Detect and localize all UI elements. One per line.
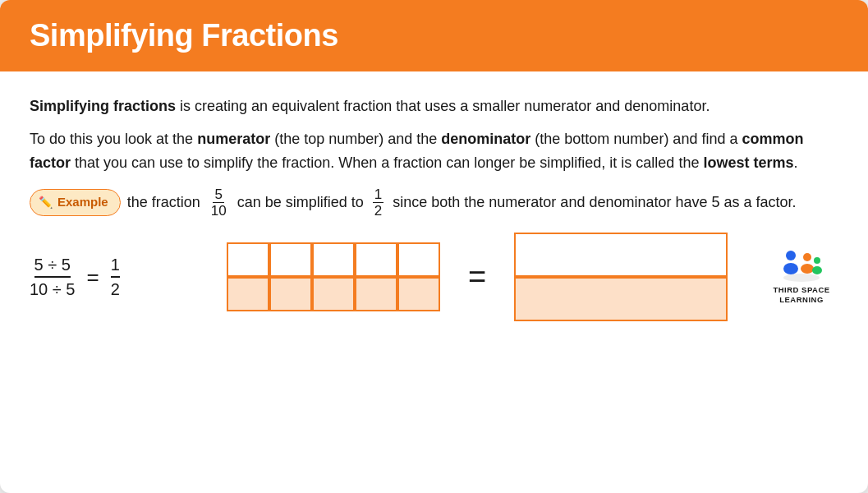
grid-cell-filled xyxy=(397,277,440,311)
grid-single-cell-filled xyxy=(514,277,728,321)
tsl-logo-icon xyxy=(779,249,824,282)
example-text-post: since both the numerator and denominator… xyxy=(393,191,796,215)
grid-single-top-row xyxy=(514,233,728,277)
fraction-2-numerator: 1 xyxy=(373,187,383,203)
logo-area: THIRD SPACE LEARNING xyxy=(765,249,838,306)
grid-cell-filled xyxy=(269,277,312,311)
grid-10ths xyxy=(227,242,440,311)
fraction-2-denominator: 2 xyxy=(373,203,383,218)
grids-area: = xyxy=(227,233,838,321)
fraction-2: 1 2 xyxy=(373,187,383,218)
grid-cell xyxy=(312,242,355,277)
explanation-pre: To do this you look at the xyxy=(30,131,197,147)
grid-halves xyxy=(514,233,728,321)
explanation-final: . xyxy=(793,154,797,171)
pencil-icon: ✏️ xyxy=(39,193,53,212)
grid-cell xyxy=(397,242,440,277)
svg-point-6 xyxy=(783,274,820,282)
equation-right-denominator: 2 xyxy=(111,278,120,299)
logo-brand2: LEARNING xyxy=(779,295,824,304)
grid-cell-filled xyxy=(355,277,397,311)
grid-cell-filled xyxy=(227,277,269,311)
svg-point-5 xyxy=(812,266,822,274)
explanation-paragraph: To do this you look at the numerator (th… xyxy=(30,127,838,176)
denominator-bold: denominator xyxy=(441,131,530,147)
fraction-1-denominator: 10 xyxy=(209,203,228,218)
fraction-1-numerator: 5 xyxy=(213,187,223,203)
explanation-post: (the bottom number) and find a xyxy=(530,131,742,147)
example-text-pre: the fraction xyxy=(127,191,200,215)
example-line: ✏️ Example the fraction 5 10 can be simp… xyxy=(30,187,838,218)
grid-bottom-row xyxy=(227,277,440,311)
grid-cell xyxy=(355,242,397,277)
grid-single-bottom-row xyxy=(514,277,728,321)
lowest-terms-bold: lowest terms xyxy=(703,154,793,171)
equation-right-numerator: 1 xyxy=(111,255,120,278)
grid-cell xyxy=(269,242,312,277)
grid-top-row xyxy=(227,242,440,277)
fraction-1: 5 10 xyxy=(209,187,228,218)
numerator-bold: numerator xyxy=(197,131,270,147)
grid-cell xyxy=(227,242,269,277)
equation-right-fraction: 1 2 xyxy=(111,255,120,299)
svg-point-2 xyxy=(803,253,811,261)
svg-point-0 xyxy=(786,251,796,260)
logo-brand: THIRD SPACE xyxy=(773,285,829,294)
definition-rest: is creating an equivalent fraction that … xyxy=(176,98,710,114)
main-card: Simplifying Fractions Simplifying fracti… xyxy=(0,0,868,493)
logo-text: THIRD SPACE LEARNING xyxy=(773,285,829,306)
explanation-end: that you can use to simplify the fractio… xyxy=(71,154,703,171)
example-badge: ✏️ Example xyxy=(30,189,121,216)
svg-point-3 xyxy=(801,264,814,274)
bottom-area: 5 ÷ 5 10 ÷ 5 = 1 2 xyxy=(30,233,838,329)
explanation-mid: (the top number) and the xyxy=(270,131,441,147)
grid-single-cell-empty xyxy=(514,233,728,277)
equation-left-fraction: 5 ÷ 5 10 ÷ 5 xyxy=(30,255,75,299)
example-badge-text: Example xyxy=(57,192,108,213)
equation: 5 ÷ 5 10 ÷ 5 = 1 2 xyxy=(30,255,202,299)
grid-cell-filled xyxy=(312,277,355,311)
page-title: Simplifying Fractions xyxy=(30,18,838,53)
header-section: Simplifying Fractions xyxy=(0,0,868,71)
grid-equals-sign: = xyxy=(468,251,486,303)
svg-point-1 xyxy=(783,263,798,274)
example-text-mid: can be simplified to xyxy=(237,191,364,215)
equation-left-numerator: 5 ÷ 5 xyxy=(34,255,71,278)
equation-equals: = xyxy=(86,260,99,295)
equation-left-denominator: 10 ÷ 5 xyxy=(30,278,75,299)
definition-paragraph: Simplifying fractions is creating an equ… xyxy=(30,94,838,119)
svg-point-4 xyxy=(814,257,820,264)
content-section: Simplifying fractions is creating an equ… xyxy=(0,71,868,349)
definition-bold: Simplifying fractions xyxy=(30,98,176,114)
